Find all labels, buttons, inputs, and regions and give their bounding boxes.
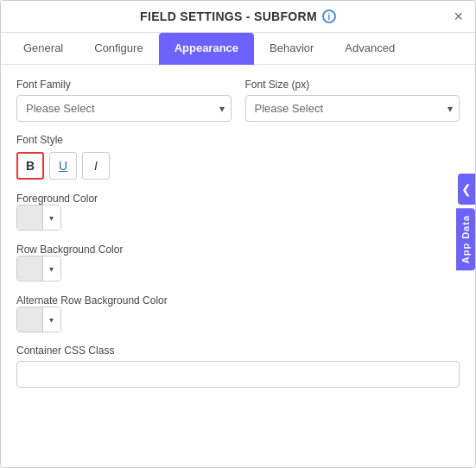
font-size-select[interactable]: Please Select <box>245 95 460 122</box>
tab-content: Font Family Please Select ▾ Font Size (p… <box>1 65 475 467</box>
tab-behavior[interactable]: Behavior <box>254 33 329 65</box>
bold-button[interactable]: B <box>16 152 44 180</box>
field-settings-dialog: FIELD SETTINGS - SUBFORM i × General Con… <box>0 0 476 468</box>
foreground-color-swatch <box>17 206 42 230</box>
tab-general[interactable]: General <box>8 33 79 65</box>
container-css-group: Container CSS Class <box>16 345 460 388</box>
alt-row-bg-color-picker[interactable]: ▾ <box>16 307 61 332</box>
foreground-color-label: Foreground Color <box>16 193 98 205</box>
foreground-color-dropdown[interactable]: ▾ <box>42 206 60 230</box>
font-family-label: Font Family <box>16 79 232 91</box>
font-style-group: Font Style B U I <box>16 134 460 180</box>
container-css-label: Container CSS Class <box>16 345 460 357</box>
chevron-left-icon: ❮ <box>461 182 472 196</box>
underline-button[interactable]: U <box>49 152 77 180</box>
alt-row-bg-color-swatch <box>17 307 42 332</box>
italic-button[interactable]: I <box>82 152 110 180</box>
foreground-color-picker[interactable]: ▾ <box>16 205 61 231</box>
font-family-select-wrapper: Please Select ▾ <box>16 95 232 122</box>
font-size-select-wrapper: Please Select ▾ <box>245 95 460 122</box>
tab-bar: General Configure Appearance Behavior Ad… <box>1 33 475 65</box>
row-bg-color-row: ▾ <box>16 256 460 281</box>
tab-configure[interactable]: Configure <box>79 33 158 65</box>
font-style-label: Font Style <box>16 134 460 146</box>
tab-appearance[interactable]: Appearance <box>159 33 254 65</box>
dialog-title: FIELD SETTINGS - SUBFORM <box>140 9 317 23</box>
container-css-input[interactable] <box>16 361 460 388</box>
app-data-collapse-button[interactable]: ❮ <box>458 174 475 205</box>
foreground-color-group: Foreground Color ▾ <box>16 192 460 231</box>
row-bg-color-swatch <box>17 256 42 281</box>
row-bg-color-picker[interactable]: ▾ <box>16 256 61 281</box>
row-bg-color-dropdown[interactable]: ▾ <box>42 256 60 281</box>
row-bg-color-label: Row Background Color <box>16 243 123 256</box>
font-size-label: Font Size (px) <box>245 79 460 91</box>
tab-advanced[interactable]: Advanced <box>329 33 410 65</box>
font-size-group: Font Size (px) Please Select ▾ <box>245 79 460 122</box>
alt-row-bg-color-group: Alternate Row Background Color ▾ <box>16 294 460 332</box>
dialog-header: FIELD SETTINGS - SUBFORM i × <box>1 1 475 33</box>
row-bg-color-group: Row Background Color ▾ <box>16 243 460 281</box>
alt-row-bg-color-row: ▾ <box>16 307 460 332</box>
info-icon[interactable]: i <box>322 9 336 23</box>
alt-row-bg-color-dropdown[interactable]: ▾ <box>42 307 60 332</box>
font-family-select[interactable]: Please Select <box>16 95 232 122</box>
app-data-tab[interactable]: App Data <box>456 208 475 270</box>
close-button[interactable]: × <box>454 9 463 24</box>
font-family-group: Font Family Please Select ▾ <box>16 79 232 122</box>
foreground-color-row: ▾ <box>16 205 460 231</box>
alt-row-bg-color-label: Alternate Row Background Color <box>16 294 168 307</box>
app-data-label[interactable]: App Data <box>456 208 475 270</box>
font-row: Font Family Please Select ▾ Font Size (p… <box>16 79 460 122</box>
font-style-buttons: B U I <box>16 152 460 180</box>
